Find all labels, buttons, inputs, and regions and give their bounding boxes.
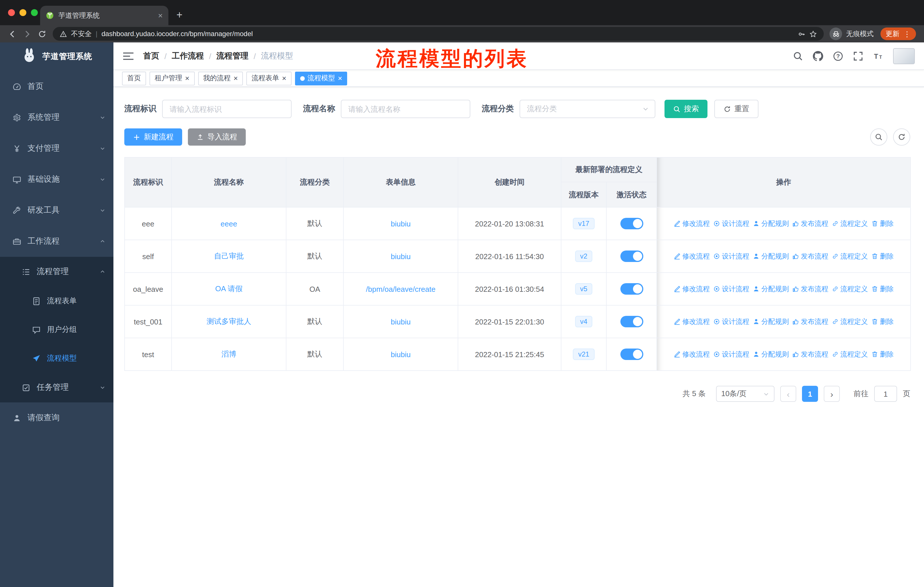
sidebar-item-8[interactable]: 用户分组 bbox=[0, 315, 114, 344]
sidebar-item-9[interactable]: 流程模型 bbox=[0, 344, 114, 373]
sidebar-item-4[interactable]: 研发工具 bbox=[0, 195, 114, 226]
sidebar-item-7[interactable]: 流程表单 bbox=[0, 287, 114, 315]
bookmark-star-icon[interactable] bbox=[809, 30, 817, 38]
active-toggle[interactable] bbox=[620, 349, 643, 360]
sidebar-item-11[interactable]: 请假查询 bbox=[0, 402, 114, 433]
next-page-button[interactable]: › bbox=[824, 386, 840, 402]
action-user2[interactable]: 分配规则 bbox=[753, 251, 789, 261]
action-user2[interactable]: 分配规则 bbox=[753, 284, 789, 294]
goto-page-input[interactable] bbox=[874, 386, 897, 402]
reload-button[interactable] bbox=[35, 27, 49, 41]
action-user2[interactable]: 分配规则 bbox=[753, 219, 789, 228]
incognito-badge[interactable]: 无痕模式 bbox=[830, 28, 874, 40]
avatar[interactable] bbox=[893, 48, 915, 64]
action-user2[interactable]: 分配规则 bbox=[753, 349, 789, 359]
address-bar[interactable]: 不安全 | dashboard.yudao.iocoder.cn/bpm/man… bbox=[53, 27, 824, 41]
sidebar-item-3[interactable]: 基础设施 bbox=[0, 164, 114, 195]
sidebar-item-6[interactable]: 流程管理 bbox=[0, 257, 114, 287]
action-edit[interactable]: 修改流程 bbox=[674, 349, 710, 359]
action-link[interactable]: 流程定义 bbox=[832, 284, 868, 294]
page-size-select[interactable]: 10条/页 bbox=[716, 386, 774, 402]
reset-button[interactable]: 重置 bbox=[714, 100, 759, 118]
close-window-button[interactable] bbox=[8, 9, 15, 16]
show-search-button[interactable] bbox=[870, 128, 887, 146]
active-toggle[interactable] bbox=[620, 251, 643, 262]
sidebar-item-1[interactable]: 系统管理 bbox=[0, 102, 114, 133]
tag-4[interactable]: 流程模型× bbox=[295, 71, 347, 85]
maximize-window-button[interactable] bbox=[31, 9, 38, 16]
fullscreen-icon[interactable] bbox=[853, 51, 863, 61]
action-edit[interactable]: 修改流程 bbox=[674, 317, 710, 326]
breadcrumb-home[interactable]: 首页 bbox=[143, 51, 159, 61]
current-page-button[interactable]: 1 bbox=[802, 386, 818, 402]
browser-tab[interactable]: 芋道管理系统 × bbox=[40, 6, 168, 25]
action-target[interactable]: 设计流程 bbox=[713, 251, 749, 261]
tag-0[interactable]: 首页 bbox=[122, 71, 146, 85]
tag-3[interactable]: 流程表单× bbox=[246, 71, 291, 85]
model-name-link[interactable]: OA 请假 bbox=[215, 284, 242, 293]
process-name-input[interactable] bbox=[341, 100, 470, 118]
security-label[interactable]: 不安全 bbox=[71, 29, 92, 39]
search-button[interactable]: 搜索 bbox=[665, 100, 708, 118]
action-link[interactable]: 流程定义 bbox=[832, 219, 868, 228]
refresh-table-button[interactable] bbox=[893, 128, 910, 146]
action-like[interactable]: 发布流程 bbox=[792, 219, 828, 228]
action-edit[interactable]: 修改流程 bbox=[674, 284, 710, 294]
model-name-link[interactable]: 自己审批 bbox=[214, 251, 244, 260]
action-trash[interactable]: 删除 bbox=[871, 284, 894, 294]
minimize-window-button[interactable] bbox=[20, 9, 26, 16]
sidebar-item-0[interactable]: 首页 bbox=[0, 71, 114, 102]
action-edit[interactable]: 修改流程 bbox=[674, 219, 710, 228]
model-name-link[interactable]: eeee bbox=[221, 219, 237, 228]
create-process-button[interactable]: 新建流程 bbox=[124, 128, 182, 146]
action-trash[interactable]: 删除 bbox=[871, 251, 894, 261]
help-icon[interactable]: ? bbox=[833, 51, 843, 61]
action-link[interactable]: 流程定义 bbox=[832, 349, 868, 359]
process-key-input[interactable] bbox=[162, 100, 292, 118]
action-edit[interactable]: 修改流程 bbox=[674, 251, 710, 261]
active-toggle[interactable] bbox=[620, 218, 643, 229]
close-icon[interactable]: × bbox=[185, 74, 189, 82]
back-button[interactable] bbox=[5, 27, 20, 41]
font-size-icon[interactable]: TT bbox=[873, 51, 883, 61]
new-tab-button[interactable]: + bbox=[177, 10, 182, 20]
action-target[interactable]: 设计流程 bbox=[713, 317, 749, 326]
close-icon[interactable]: × bbox=[338, 74, 342, 82]
form-link[interactable]: biubiu bbox=[391, 317, 411, 326]
process-category-select[interactable]: 流程分类 bbox=[520, 100, 655, 118]
password-key-icon[interactable] bbox=[798, 30, 805, 38]
tab-close-icon[interactable]: × bbox=[158, 12, 163, 20]
browser-menu-icon[interactable]: ⋮ bbox=[903, 30, 911, 38]
action-trash[interactable]: 删除 bbox=[871, 317, 894, 326]
app-logo[interactable]: 芋道管理系统 bbox=[0, 42, 114, 71]
search-icon[interactable] bbox=[793, 51, 803, 61]
active-toggle[interactable] bbox=[620, 316, 643, 327]
tag-1[interactable]: 租户管理× bbox=[150, 71, 195, 85]
form-link[interactable]: biubiu bbox=[391, 252, 411, 261]
forward-button[interactable] bbox=[20, 27, 35, 41]
tag-2[interactable]: 我的流程× bbox=[198, 71, 243, 85]
active-toggle[interactable] bbox=[620, 283, 643, 294]
action-target[interactable]: 设计流程 bbox=[713, 349, 749, 359]
action-like[interactable]: 发布流程 bbox=[792, 349, 828, 359]
action-target[interactable]: 设计流程 bbox=[713, 284, 749, 294]
model-name-link[interactable]: 滔博 bbox=[221, 350, 236, 358]
browser-update-button[interactable]: 更新 ⋮ bbox=[881, 28, 916, 40]
sidebar-collapse-button[interactable] bbox=[122, 50, 134, 62]
action-like[interactable]: 发布流程 bbox=[792, 284, 828, 294]
close-icon[interactable]: × bbox=[282, 74, 286, 82]
close-icon[interactable]: × bbox=[233, 74, 238, 82]
action-link[interactable]: 流程定义 bbox=[832, 317, 868, 326]
breadcrumb-process-mgmt[interactable]: 流程管理 bbox=[216, 51, 249, 61]
action-link[interactable]: 流程定义 bbox=[832, 251, 868, 261]
import-process-button[interactable]: 导入流程 bbox=[188, 128, 246, 146]
form-link[interactable]: biubiu bbox=[391, 219, 411, 228]
sidebar-item-2[interactable]: 支付管理 bbox=[0, 133, 114, 164]
action-trash[interactable]: 删除 bbox=[871, 219, 894, 228]
prev-page-button[interactable]: ‹ bbox=[780, 386, 796, 402]
breadcrumb-workflow[interactable]: 工作流程 bbox=[172, 51, 204, 61]
action-target[interactable]: 设计流程 bbox=[713, 219, 749, 228]
model-name-link[interactable]: 测试多审批人 bbox=[206, 317, 251, 326]
sidebar-item-10[interactable]: 任务管理 bbox=[0, 373, 114, 402]
form-link[interactable]: /bpm/oa/leave/create bbox=[366, 284, 436, 293]
